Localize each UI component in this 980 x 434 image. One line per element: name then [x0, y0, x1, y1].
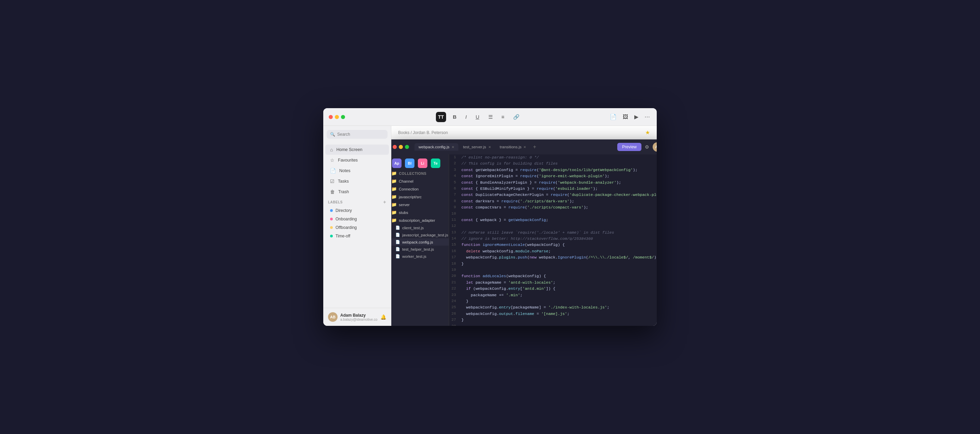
link-button[interactable]: 🔗: [511, 113, 522, 121]
code-line-7: 7 const DuplicatePackageCheckerPlugin = …: [449, 192, 657, 198]
time-off-dot: [330, 235, 333, 237]
code-line-15: 15 function ignoreMomentLocale(webpackCo…: [449, 242, 657, 248]
tree-folder-stubs[interactable]: 📁 stubs: [391, 208, 449, 216]
user-avatar: AB: [328, 312, 337, 322]
image-icon-button[interactable]: 🖼: [621, 113, 630, 121]
preview-button[interactable]: Preview: [617, 143, 641, 151]
maximize-button[interactable]: [341, 115, 345, 119]
tree-folder-channel[interactable]: 📁 Channel: [391, 177, 449, 185]
label-item-time-off[interactable]: Time-off: [325, 232, 389, 240]
document-icon-button[interactable]: 📄: [608, 112, 618, 121]
favourite-icon[interactable]: ★: [645, 129, 650, 136]
add-tab-button[interactable]: +: [531, 144, 538, 150]
collections-section-label: 📁 COLLECTIONS: [391, 169, 449, 177]
add-label-button[interactable]: +: [383, 199, 386, 205]
settings-icon-button[interactable]: ⚙: [645, 144, 649, 149]
code-line-5: 5 const { BundleAnalyzerPlugin } = requi…: [449, 180, 657, 186]
collection-badge-te[interactable]: Te: [431, 159, 440, 168]
onboarding-dot: [330, 218, 333, 220]
offboarding-dot: [330, 226, 333, 229]
breadcrumb-bar: Books / Jordan B. Peterson ★: [391, 126, 657, 140]
minimize-button[interactable]: [335, 115, 339, 119]
underline-button[interactable]: U: [474, 113, 482, 121]
italic-button[interactable]: I: [463, 113, 469, 121]
tree-file-worker-test[interactable]: 📄 worker_test.js: [391, 253, 449, 260]
file-icon-active: 📄: [395, 240, 400, 244]
file-icon: 📄: [395, 254, 400, 259]
label-item-onboarding[interactable]: Onboarding: [325, 215, 389, 223]
tab-close-webpack[interactable]: ✕: [452, 145, 454, 149]
tree-folder-server[interactable]: 📁 server: [391, 201, 449, 208]
tree-file-webpack-config[interactable]: 📄 webpack.config.js: [391, 238, 449, 246]
folder-icon: 📁: [391, 202, 397, 207]
sidebar-item-notes[interactable]: 📄 Notes: [325, 165, 389, 176]
editor-traffic-lights: [393, 145, 409, 149]
editor-window: webpack.config.js ✕ test_server.js ✕ tra…: [391, 140, 657, 326]
search-box[interactable]: 🔍: [327, 130, 388, 139]
collection-badge-ap[interactable]: Ap: [392, 159, 401, 168]
list-button[interactable]: ☰: [486, 113, 495, 121]
sidebar-item-tasks[interactable]: ☑ Tasks: [325, 176, 389, 186]
sidebar-nav: ⌂ Home Screen ☆ Favourites 📄 Notes ☑ Tas…: [323, 143, 391, 308]
tasks-icon: ☑: [330, 178, 334, 184]
tree-file-client-test[interactable]: 📄 client_test.js: [391, 224, 449, 231]
tree-file-js-package-test[interactable]: 📄 javascript_package_test.js: [391, 231, 449, 238]
bold-button[interactable]: B: [451, 113, 459, 121]
code-line-11: 11 const { webpack } = getWebpackConfig;: [449, 217, 657, 223]
tab-label: test_server.js: [463, 145, 486, 149]
toolbar-center: TT B I U ☰ ≡ 🔗: [349, 112, 608, 122]
sidebar-item-label: Home Screen: [336, 147, 362, 152]
search-input[interactable]: [337, 132, 384, 137]
tree-folder-javascript-src[interactable]: 📁 javascript/src: [391, 193, 449, 201]
sidebar-item-home[interactable]: ⌂ Home Screen: [325, 145, 389, 155]
code-line-13: 13 // noParse still leave `require('./lo…: [449, 230, 657, 236]
code-line-17: 17 webpackConfig.plugins.push(new webpac…: [449, 254, 657, 261]
tab-test-server[interactable]: test_server.js ✕: [459, 143, 495, 151]
align-button[interactable]: ≡: [500, 113, 507, 121]
traffic-lights: [329, 115, 345, 119]
code-line-6: 6 const { ESBuildMinifyPlugin } = requir…: [449, 186, 657, 192]
file-icon: 📄: [395, 233, 400, 237]
sidebar-item-trash[interactable]: 🗑 Trash: [325, 187, 389, 197]
tab-close-test-server[interactable]: ✕: [488, 145, 491, 149]
code-line-19: 19: [449, 267, 657, 273]
toolbar-right: 📄 🖼 ▶ ⋯: [608, 112, 651, 121]
code-line-2: 2 // This config is for building dist fi…: [449, 161, 657, 167]
notifications-icon[interactable]: 🔔: [380, 314, 386, 320]
file-icon: 📄: [395, 247, 400, 251]
tab-actions: Preview ⚙ AB: [617, 142, 657, 152]
code-line-26: 26 webpackConfig.output.filename = '[nam…: [449, 311, 657, 317]
tab-bar: webpack.config.js ✕ test_server.js ✕ tra…: [414, 143, 614, 151]
tree-folder-subscription[interactable]: 📁 subscription_adapter: [391, 216, 449, 224]
editor-close-button[interactable]: [393, 145, 397, 149]
user-email: a.balazy@ideamotive.co: [340, 318, 378, 321]
code-line-9: 9 const compactVars = require('./scripts…: [449, 204, 657, 211]
folder-icon: 📁: [391, 210, 397, 215]
code-line-21: 21 let packageName = 'antd-with-locales'…: [449, 280, 657, 286]
sidebar-item-favourites[interactable]: ☆ Favourites: [325, 155, 389, 165]
label-item-offboarding[interactable]: Offboarding: [325, 223, 389, 232]
tree-folder-connection[interactable]: 📁 Connection: [391, 185, 449, 193]
tab-transitions[interactable]: transitions.js ✕: [496, 143, 530, 151]
tab-close-transitions[interactable]: ✕: [523, 145, 526, 149]
editor-title-bar: webpack.config.js ✕ test_server.js ✕ tra…: [391, 140, 657, 154]
tab-webpack-config[interactable]: webpack.config.js ✕: [414, 143, 458, 151]
video-icon-button[interactable]: ▶: [633, 112, 640, 121]
close-button[interactable]: [329, 115, 333, 119]
folder-icon: 📁: [391, 218, 397, 223]
code-panel[interactable]: 1 /* eslint no-param-reassign: 0 */ 2 //…: [449, 154, 657, 326]
collection-badge-bl[interactable]: Bl: [405, 159, 414, 168]
more-options-button[interactable]: ⋯: [643, 112, 651, 121]
main-layout: 🔍 ⌂ Home Screen ☆ Favourites 📄 Notes: [323, 126, 657, 326]
collection-badge-li[interactable]: Li: [418, 159, 427, 168]
label-item-directory[interactable]: Directory: [325, 207, 389, 215]
code-line-28: 28: [449, 323, 657, 326]
code-line-22: 22 if (webpackConfig.entry['antd.min']) …: [449, 286, 657, 292]
editor-minimize-button[interactable]: [399, 145, 403, 149]
editor-maximize-button[interactable]: [405, 145, 409, 149]
tree-file-test-helper[interactable]: 📄 test_helper_test.js: [391, 246, 449, 253]
editor-user-avatar[interactable]: AB: [653, 142, 657, 152]
notes-icon: 📄: [330, 168, 336, 173]
code-line-12: 12: [449, 223, 657, 229]
collection-badges: Ap Bl Li Te: [391, 157, 449, 169]
